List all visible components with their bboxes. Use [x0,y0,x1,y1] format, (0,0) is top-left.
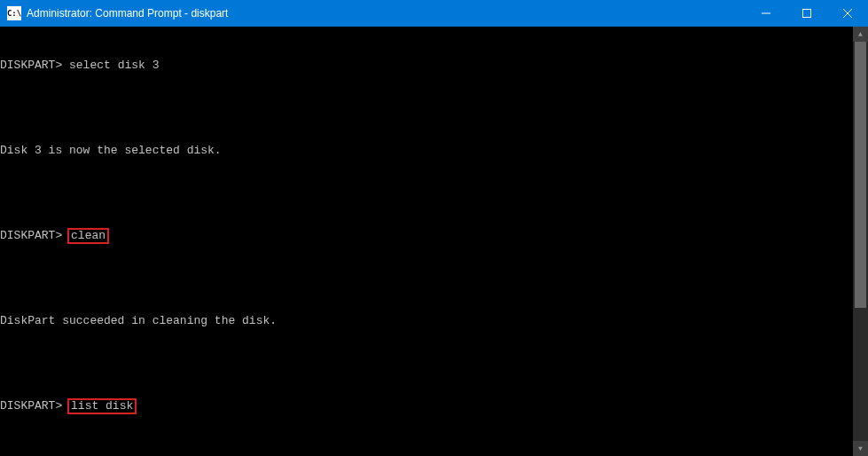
highlighted-command: clean [67,228,109,244]
terminal-line: DiskPart succeeded in cleaning the disk. [0,314,853,328]
svg-rect-1 [803,10,811,18]
scrollbar[interactable]: ▲ ▼ [853,27,868,456]
terminal-line: DISKPART> list disk [0,399,853,413]
output-text: Disk 3 is now the selected disk. [0,144,222,157]
scroll-up-button[interactable]: ▲ [853,27,868,42]
app-icon: C:\ [7,6,21,20]
maximize-button[interactable] [786,0,827,27]
prompt-text: DISKPART> [0,229,62,242]
command-text: select disk 3 [62,59,159,72]
terminal-line: Disk 3 is now the selected disk. [0,144,853,158]
terminal-content: DISKPART> select disk 3 Disk 3 is now th… [0,27,853,456]
terminal-area[interactable]: DISKPART> select disk 3 Disk 3 is now th… [0,27,868,456]
window-title: Administrator: Command Prompt - diskpart [27,7,746,20]
prompt-text: DISKPART> [0,59,62,72]
terminal-line: DISKPART> clean [0,229,853,243]
minimize-button[interactable] [746,0,786,27]
highlighted-command: list disk [67,398,137,414]
scroll-thumb[interactable] [855,42,866,308]
terminal-line: DISKPART> select disk 3 [0,59,853,73]
window-controls [746,0,868,27]
close-button[interactable] [827,0,868,27]
prompt-text: DISKPART> [0,399,62,413]
output-text: DiskPart succeeded in cleaning the disk. [0,314,277,327]
titlebar: C:\ Administrator: Command Prompt - disk… [0,0,868,27]
scroll-down-button[interactable]: ▼ [853,441,868,456]
